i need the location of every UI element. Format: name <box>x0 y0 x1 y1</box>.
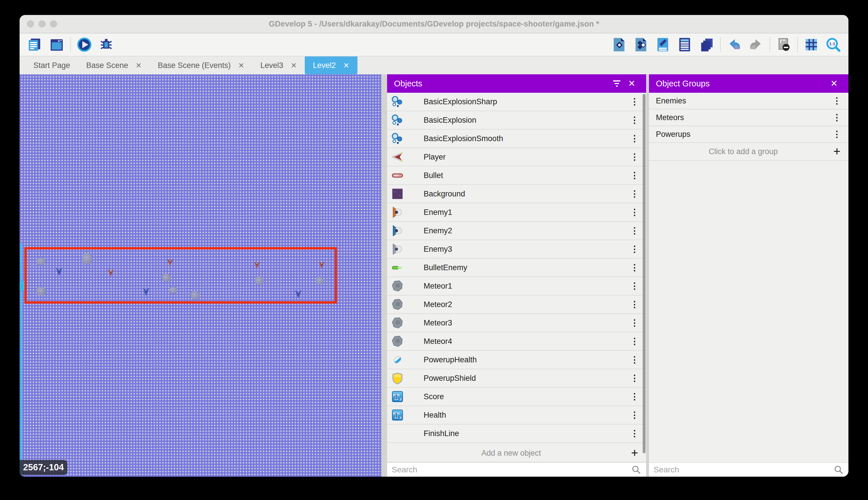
add-object-button[interactable]: Add a new object + <box>387 444 646 462</box>
window-icon[interactable] <box>48 36 65 53</box>
object-options-icon[interactable]: ⋮ <box>628 114 641 126</box>
object-options-icon[interactable]: ⋮ <box>628 409 641 421</box>
maximize-window-button[interactable] <box>50 21 57 27</box>
object-list-item[interactable]: BasicExplosionSmooth ⋮ <box>387 129 646 148</box>
object-options-icon[interactable]: ⋮ <box>628 261 641 274</box>
undo-icon[interactable] <box>726 36 742 53</box>
group-list-item[interactable]: Powerups ⋮ <box>649 126 848 143</box>
object-options-icon[interactable]: ⋮ <box>628 224 641 237</box>
enemy-orange-instance[interactable] <box>107 267 114 278</box>
minimize-window-button[interactable] <box>38 21 46 27</box>
object-list-item[interactable]: Meteor4 ⋮ <box>387 332 646 351</box>
objects-editor-icon[interactable] <box>611 36 627 53</box>
object-list-item[interactable]: Player ⋮ <box>387 148 646 167</box>
finish-line-handle[interactable] <box>20 280 24 291</box>
grid-icon[interactable] <box>803 36 820 53</box>
meteor-instance[interactable] <box>162 274 171 282</box>
close-window-button[interactable] <box>27 21 34 27</box>
enemy-blue-instance[interactable] <box>142 286 150 297</box>
object-list-item[interactable]: BulletEnemy ⋮ <box>387 259 646 277</box>
tab-close-icon[interactable]: ✕ <box>238 61 244 70</box>
meteor-instance[interactable] <box>190 291 200 299</box>
meteor-instance[interactable] <box>255 276 264 285</box>
object-list-item[interactable]: PowerupHealth ⋮ <box>387 351 646 369</box>
object-options-icon[interactable]: ⋮ <box>628 390 641 403</box>
meteor-instance[interactable] <box>169 286 177 294</box>
selection-rectangle[interactable] <box>24 247 337 304</box>
object-options-icon[interactable]: ⋮ <box>628 243 641 255</box>
meteor-instance[interactable] <box>37 258 46 265</box>
group-list-item[interactable]: Meteors ⋮ <box>649 110 848 126</box>
enemy-orange-instance[interactable] <box>318 260 325 270</box>
player-icon <box>391 150 404 163</box>
meteor-instance[interactable] <box>82 253 92 264</box>
cursor-coordinates: 2567;-104 <box>20 460 67 475</box>
debug-icon[interactable] <box>98 36 115 53</box>
object-list-item[interactable]: PowerupShield ⋮ <box>387 369 646 388</box>
tab-level3[interactable]: Level3✕ <box>253 56 305 74</box>
object-options-icon[interactable]: ⋮ <box>628 188 641 200</box>
instances-list-icon[interactable] <box>676 36 693 53</box>
object-list-item[interactable]: Tx Health ⋮ <box>387 406 646 424</box>
tab-base-scene-events-[interactable]: Base Scene (Events)✕ <box>150 56 253 74</box>
tab-close-icon[interactable]: ✕ <box>343 61 349 70</box>
filter-icon[interactable] <box>609 76 624 91</box>
object-list-item[interactable]: Background ⋮ <box>387 185 646 203</box>
objects-search-input[interactable] <box>392 465 631 474</box>
object-options-icon[interactable]: ⋮ <box>628 372 641 385</box>
enemy-orange-instance[interactable] <box>167 257 174 267</box>
tab-start-page[interactable]: Start Page <box>25 56 78 74</box>
window-mask-icon[interactable] <box>775 36 792 53</box>
object-list-item[interactable]: Enemy3 ⋮ <box>387 240 646 259</box>
enemy-blue-instance[interactable] <box>294 288 302 299</box>
group-options-icon[interactable]: ⋮ <box>831 94 843 107</box>
group-options-icon[interactable]: ⋮ <box>831 128 843 140</box>
object-options-icon[interactable]: ⋮ <box>628 317 641 329</box>
properties-icon[interactable] <box>655 36 671 53</box>
object-options-icon[interactable]: ⋮ <box>628 280 641 292</box>
layers-icon[interactable] <box>698 36 715 53</box>
tab-close-icon[interactable]: ✕ <box>291 61 297 70</box>
tab-close-icon[interactable]: ✕ <box>136 61 142 70</box>
object-list-item[interactable]: BasicExplosionSharp ⋮ <box>387 93 646 111</box>
group-list-item[interactable]: Enemies ⋮ <box>649 93 848 110</box>
object-list-item[interactable]: Meteor3 ⋮ <box>387 314 646 332</box>
object-groups-editor-icon[interactable] <box>633 36 649 53</box>
object-options-icon[interactable]: ⋮ <box>628 353 641 366</box>
close-object-groups-panel-icon[interactable]: ✕ <box>826 76 842 91</box>
finish-line-object[interactable] <box>21 243 22 477</box>
object-list-item[interactable]: Enemy2 ⋮ <box>387 222 646 240</box>
object-list-item[interactable]: Meteor1 ⋮ <box>387 277 646 296</box>
object-list-item[interactable]: Tx Score ⋮ <box>387 388 646 406</box>
meteor-instance[interactable] <box>36 287 46 296</box>
close-objects-panel-icon[interactable]: ✕ <box>624 76 639 91</box>
groups-search-input[interactable] <box>654 465 833 474</box>
redo-icon[interactable] <box>748 36 764 53</box>
meteor-instance[interactable] <box>316 277 324 284</box>
object-list-item[interactable]: BasicExplosion ⋮ <box>387 111 646 129</box>
object-options-icon[interactable]: ⋮ <box>628 132 641 145</box>
object-options-icon[interactable]: ⋮ <box>628 427 641 440</box>
object-options-icon[interactable]: ⋮ <box>628 151 641 163</box>
enemy-orange-instance[interactable] <box>254 260 260 270</box>
group-options-icon[interactable]: ⋮ <box>831 111 843 124</box>
tab-level2[interactable]: Level2✕ <box>305 56 357 74</box>
object-options-icon[interactable]: ⋮ <box>628 169 641 182</box>
scene-canvas[interactable]: 2567;-104 <box>20 74 381 477</box>
play-icon[interactable] <box>76 36 93 53</box>
object-list-item[interactable]: Meteor2 ⋮ <box>387 296 646 314</box>
tab-base-scene[interactable]: Base Scene✕ <box>78 56 150 74</box>
objects-scrollbar[interactable] <box>643 94 646 453</box>
object-options-icon[interactable]: ⋮ <box>628 206 641 219</box>
tab-label: Base Scene <box>86 61 128 70</box>
enemy-blue-instance[interactable] <box>55 266 63 276</box>
add-group-button[interactable]: Click to add a group + <box>649 143 848 161</box>
project-manager-icon[interactable] <box>26 36 43 53</box>
object-list-item[interactable]: Enemy1 ⋮ <box>387 203 646 222</box>
object-list-item[interactable]: FinishLine ⋮ <box>387 424 646 443</box>
object-options-icon[interactable]: ⋮ <box>628 298 641 311</box>
object-options-icon[interactable]: ⋮ <box>628 335 641 348</box>
zoom-1-1-icon[interactable]: 1:1 <box>825 36 842 53</box>
object-list-item[interactable]: Bullet ⋮ <box>387 167 646 185</box>
object-options-icon[interactable]: ⋮ <box>628 95 641 108</box>
